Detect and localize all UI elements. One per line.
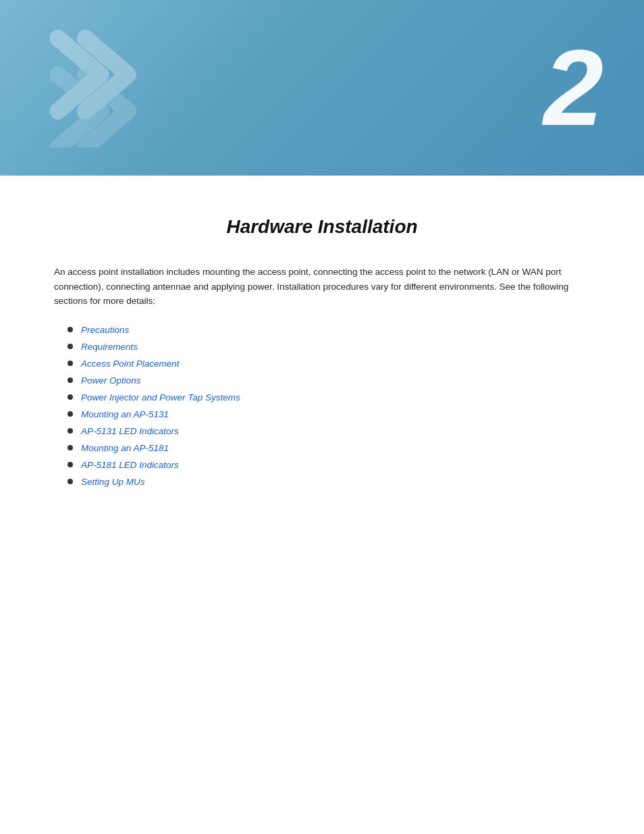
- bullet-icon: [68, 428, 73, 434]
- toc-link-ap-5181-led-indicators[interactable]: AP-5181 LED Indicators: [81, 460, 179, 470]
- bullet-icon: [68, 462, 73, 467]
- toc-link-power-injector-and-power-tap-systems[interactable]: Power Injector and Power Tap Systems: [81, 392, 240, 402]
- bullet-icon: [68, 394, 73, 400]
- list-item: AP-5131 LED Indicators: [68, 426, 590, 436]
- chapter-number: 2: [543, 34, 603, 142]
- bullet-icon: [68, 411, 73, 417]
- toc-link-requirements[interactable]: Requirements: [81, 342, 138, 352]
- bullet-icon: [68, 445, 73, 450]
- list-item: AP-5181 LED Indicators: [68, 460, 590, 470]
- list-item: Access Point Placement: [68, 359, 590, 369]
- toc-link-precautions[interactable]: Precautions: [81, 325, 129, 335]
- list-item: Power Options: [68, 375, 590, 386]
- toc-list: PrecautionsRequirementsAccess Point Plac…: [54, 325, 590, 487]
- toc-link-mounting-an-ap-5181[interactable]: Mounting an AP-5181: [81, 443, 169, 453]
- list-item: Mounting an AP-5181: [68, 443, 590, 453]
- list-item: Requirements: [68, 342, 590, 352]
- bullet-icon: [68, 361, 73, 366]
- toc-link-ap-5131-led-indicators[interactable]: AP-5131 LED Indicators: [81, 426, 179, 436]
- list-item: Power Injector and Power Tap Systems: [68, 392, 590, 402]
- toc-link-access-point-placement[interactable]: Access Point Placement: [81, 359, 180, 369]
- chapter-title: Hardware Installation: [54, 216, 590, 238]
- toc-link-power-options[interactable]: Power Options: [81, 375, 141, 386]
- bullet-icon: [68, 327, 73, 332]
- list-item: Precautions: [68, 325, 590, 335]
- toc-link-setting-up-mus[interactable]: Setting Up MUs: [81, 477, 145, 487]
- chevron-watermark-icon: [41, 26, 149, 150]
- list-item: Mounting an AP-5131: [68, 409, 590, 419]
- bullet-icon: [68, 344, 73, 349]
- toc-link-mounting-an-ap-5131[interactable]: Mounting an AP-5131: [81, 409, 169, 419]
- header-banner: 2: [0, 0, 644, 176]
- bullet-icon: [68, 377, 73, 383]
- intro-paragraph: An access point installation includes mo…: [54, 265, 590, 309]
- bullet-icon: [68, 479, 73, 484]
- list-item: Setting Up MUs: [68, 477, 590, 487]
- page-content: Hardware Installation An access point in…: [0, 176, 644, 534]
